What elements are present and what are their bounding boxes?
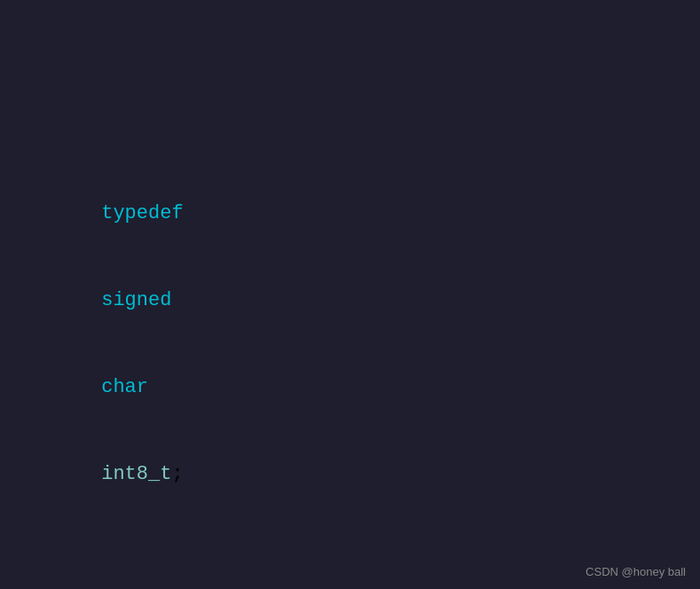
code-line-1: typedef signed char int8_t; (31, 148, 691, 539)
space (101, 246, 113, 268)
space (101, 333, 113, 355)
watermark: CSDN @honey ball (586, 565, 686, 578)
keyword-typedef: typedef (101, 202, 183, 224)
keyword-char: char (101, 376, 148, 398)
type-int8: int8_t (101, 463, 171, 485)
code-editor: typedef signed char int8_t; typedef sign… (0, 0, 700, 589)
keyword-signed: signed (101, 289, 171, 311)
code-content: typedef signed char int8_t; typedef sign… (31, 18, 691, 589)
space (101, 420, 113, 442)
semicolon: ; (171, 463, 183, 485)
